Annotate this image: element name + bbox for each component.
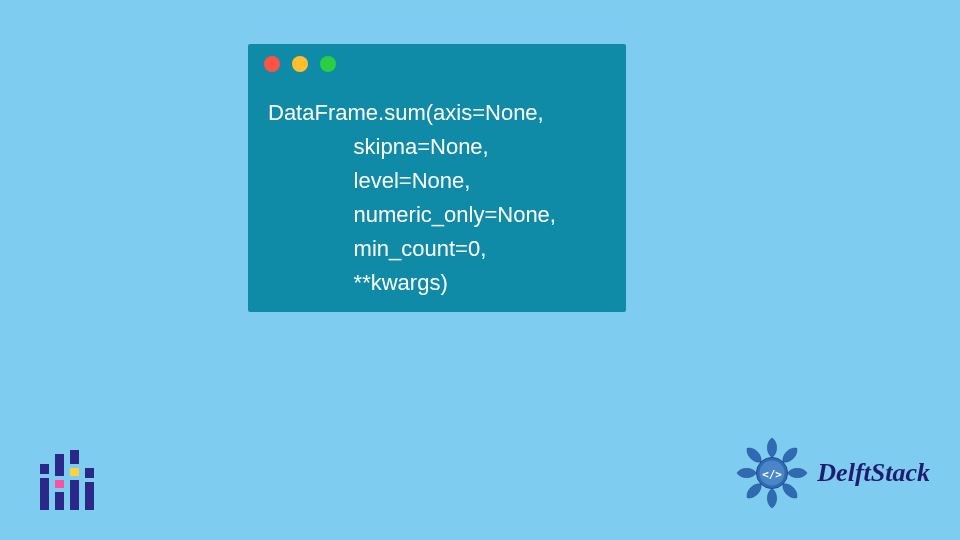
code-body: DataFrame.sum(axis=None, skipna=None, le… bbox=[248, 84, 626, 317]
code-window: DataFrame.sum(axis=None, skipna=None, le… bbox=[248, 44, 626, 312]
mandala-icon: </> bbox=[733, 434, 811, 512]
left-bars-logo-icon bbox=[40, 450, 94, 510]
close-dot-icon bbox=[264, 56, 280, 72]
code-line: skipna=None, bbox=[268, 130, 606, 164]
minimize-dot-icon bbox=[292, 56, 308, 72]
window-titlebar bbox=[248, 44, 626, 84]
code-line: numeric_only=None, bbox=[268, 198, 606, 232]
svg-text:</>: </> bbox=[762, 468, 782, 481]
code-line: min_count=0, bbox=[268, 232, 606, 266]
brand-logo: </> DelftStack bbox=[733, 434, 930, 512]
code-line: level=None, bbox=[268, 164, 606, 198]
code-line: DataFrame.sum(axis=None, bbox=[268, 96, 606, 130]
maximize-dot-icon bbox=[320, 56, 336, 72]
brand-name: DelftStack bbox=[817, 458, 930, 488]
code-line: **kwargs) bbox=[268, 266, 606, 300]
